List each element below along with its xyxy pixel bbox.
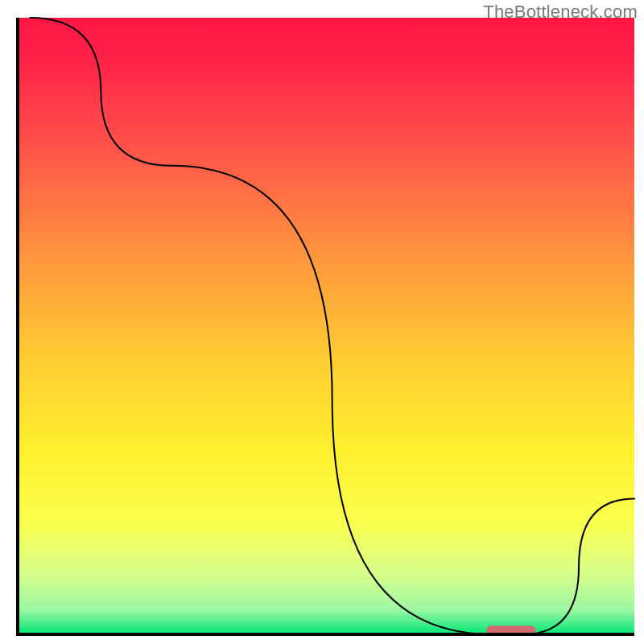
watermark-label: TheBottleneck.com bbox=[483, 2, 638, 23]
plot-background bbox=[18, 18, 634, 634]
chart-container: TheBottleneck.com bbox=[0, 0, 644, 644]
bottleneck-chart bbox=[0, 0, 644, 644]
